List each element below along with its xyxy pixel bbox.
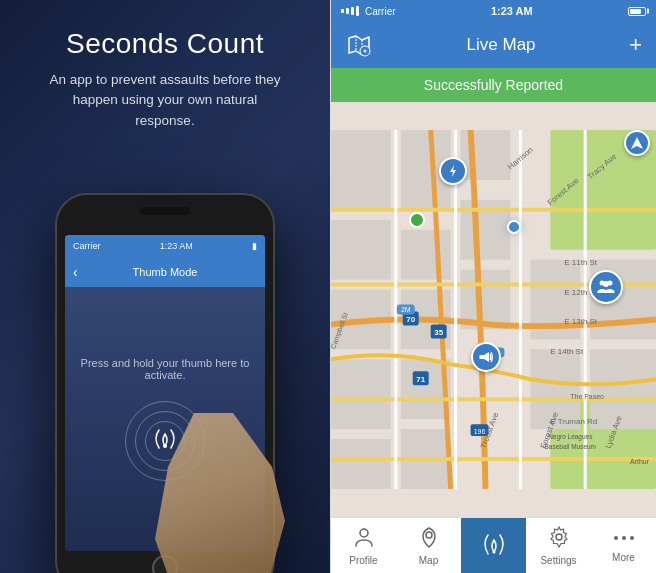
carrier-label: Carrier xyxy=(365,6,396,17)
signal-bar-4 xyxy=(356,6,359,16)
svg-point-60 xyxy=(492,551,495,554)
svg-text:35: 35 xyxy=(434,328,443,337)
alert-pin[interactable] xyxy=(471,342,501,372)
green-pin[interactable] xyxy=(409,212,425,228)
phone-mockup: Carrier 1:23 AM ▮ ‹ Thumb Mode Press and… xyxy=(55,193,275,573)
signal-bar-3 xyxy=(351,7,354,15)
right-panel: Carrier 1:23 AM Live Map + Successfully … xyxy=(330,0,656,573)
hand-overlay xyxy=(155,413,285,573)
signal-indicator: Carrier xyxy=(341,6,396,17)
status-bar: Carrier 1:23 AM xyxy=(331,0,656,22)
signal-bar-1 xyxy=(341,9,344,13)
svg-text:Arthur: Arthur xyxy=(630,458,650,465)
phone-header-title: Thumb Mode xyxy=(133,266,198,278)
svg-marker-57 xyxy=(631,137,643,149)
left-panel: Seconds Count An app to prevent assaults… xyxy=(0,0,330,573)
battery-indicator xyxy=(628,7,646,16)
svg-text:The Paseo: The Paseo xyxy=(570,393,604,400)
svg-text:Negro Leagues: Negro Leagues xyxy=(548,433,592,441)
svg-rect-13 xyxy=(331,439,391,489)
svg-rect-23 xyxy=(590,349,656,429)
nav-item-more[interactable]: More xyxy=(591,518,656,573)
bottom-nav: Profile Map xyxy=(331,517,656,573)
svg-text:2M: 2M xyxy=(401,306,411,313)
svg-text:E 13th St: E 13th St xyxy=(564,317,598,326)
add-button[interactable]: + xyxy=(629,34,642,56)
svg-text:Baseball Museum: Baseball Museum xyxy=(545,443,596,450)
more-icon xyxy=(613,529,635,550)
header-title: Live Map xyxy=(467,35,536,55)
nav-item-profile[interactable]: Profile xyxy=(331,518,396,573)
press-text: Press and hold your thumb here to activa… xyxy=(77,357,253,381)
left-content: Seconds Count An app to prevent assaults… xyxy=(0,0,330,131)
svg-text:E 14th St: E 14th St xyxy=(550,347,584,356)
app-header: Live Map + xyxy=(331,22,656,68)
more-label: More xyxy=(612,552,635,563)
settings-label: Settings xyxy=(540,555,576,566)
nav-item-alert[interactable] xyxy=(461,518,526,573)
svg-text:71: 71 xyxy=(416,375,425,384)
svg-rect-12 xyxy=(331,359,391,429)
svg-text:70: 70 xyxy=(406,315,415,324)
phone-battery-icon: ▮ xyxy=(252,241,257,251)
tagline-sub: An app to prevent assaults before they h… xyxy=(45,70,285,131)
phone-header: ‹ Thumb Mode xyxy=(65,257,265,287)
nav-item-map[interactable]: Map xyxy=(396,518,461,573)
svg-rect-14 xyxy=(401,230,451,280)
success-text: Successfully Reported xyxy=(424,77,563,93)
map-settings-icon[interactable] xyxy=(345,31,373,59)
svg-point-59 xyxy=(426,532,432,538)
tagline-title: Seconds Count xyxy=(66,28,264,60)
nav-pin[interactable] xyxy=(624,130,650,156)
signal-bar-2 xyxy=(346,8,349,14)
svg-marker-53 xyxy=(450,165,456,177)
settings-icon xyxy=(548,526,570,553)
map-area[interactable]: 70 35 71 2M 2K 196 Forest Ave Tracy Ave … xyxy=(331,102,656,517)
svg-point-62 xyxy=(614,536,618,540)
location-dot xyxy=(507,220,521,234)
hand-shape xyxy=(155,413,285,573)
map-icon xyxy=(418,526,440,553)
group-pin[interactable] xyxy=(589,270,623,304)
phone-time: 1:23 AM xyxy=(160,241,193,251)
alert-icon xyxy=(482,531,506,560)
svg-point-63 xyxy=(622,536,626,540)
success-banner: Successfully Reported xyxy=(331,68,656,102)
svg-rect-10 xyxy=(331,220,391,280)
back-icon[interactable]: ‹ xyxy=(73,264,78,280)
nav-item-settings[interactable]: Settings xyxy=(526,518,591,573)
map-label: Map xyxy=(419,555,438,566)
svg-point-58 xyxy=(360,529,368,537)
svg-point-64 xyxy=(630,536,634,540)
battery-fill xyxy=(630,9,641,14)
lightning-pin[interactable] xyxy=(439,157,467,185)
battery-icon xyxy=(628,7,646,16)
svg-rect-7 xyxy=(331,130,391,210)
svg-text:E 11th St: E 11th St xyxy=(564,258,598,267)
svg-point-61 xyxy=(556,534,562,540)
phone-notch xyxy=(140,207,190,215)
phone-status-bar: Carrier 1:23 AM ▮ xyxy=(65,235,265,257)
phone-carrier: Carrier xyxy=(73,241,101,251)
profile-icon xyxy=(353,526,375,553)
status-time: 1:23 AM xyxy=(491,5,533,17)
map-svg: 70 35 71 2M 2K 196 Forest Ave Tracy Ave … xyxy=(331,102,656,517)
svg-point-56 xyxy=(603,281,609,287)
profile-label: Profile xyxy=(349,555,377,566)
